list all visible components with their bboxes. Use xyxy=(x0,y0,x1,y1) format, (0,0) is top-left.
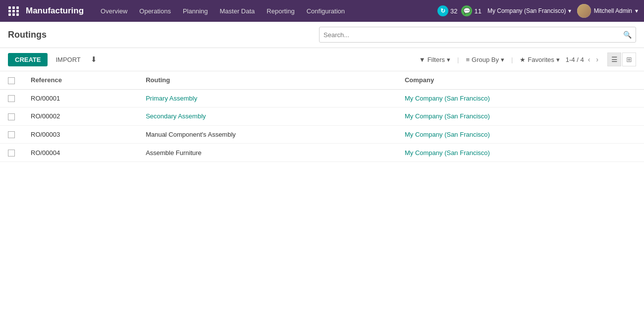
action-bar-right: ▼ Filters ▾ | ≡ Group By ▾ | ★ Favorites… xyxy=(416,53,636,66)
user-name: Mitchell Admin xyxy=(594,7,632,14)
row-reference: RO/00004 xyxy=(23,144,138,162)
messages-badge[interactable]: 💬 11 xyxy=(461,5,481,16)
filter-icon: ▼ xyxy=(419,56,426,63)
row-company[interactable]: My Company (San Francisco) xyxy=(397,144,644,162)
nav-menu: Overview Operations Planning Master Data… xyxy=(96,4,437,18)
top-navigation: Manufacturing Overview Operations Planni… xyxy=(0,0,644,22)
col-header-company: Company xyxy=(397,71,644,89)
row-company[interactable]: My Company (San Francisco) xyxy=(397,107,644,126)
pager-count: 1-4 / 4 xyxy=(566,56,584,63)
nav-item-planning[interactable]: Planning xyxy=(178,4,213,18)
row-checkbox[interactable] xyxy=(8,150,15,157)
favorites-dropdown-icon: ▾ xyxy=(556,56,560,63)
kanban-view-icon: ⊞ xyxy=(626,55,632,63)
routings-table: Reference Routing Company RO/00001Primar… xyxy=(0,71,644,162)
favorites-button[interactable]: ★ Favorites ▾ xyxy=(517,54,562,65)
view-toggle: ☰ ⊞ xyxy=(607,53,636,66)
nav-right-section: ↻ 32 💬 11 My Company (San Francisco) ▾ M… xyxy=(437,4,638,18)
app-name: Manufacturing xyxy=(26,6,84,16)
col-header-routing: Routing xyxy=(138,71,397,89)
row-checkbox[interactable] xyxy=(8,95,15,102)
favorites-label: Favorites xyxy=(528,56,554,63)
nav-item-operations[interactable]: Operations xyxy=(134,4,176,18)
user-menu[interactable]: Mitchell Admin ▾ xyxy=(577,4,638,18)
updates-count: 32 xyxy=(450,7,457,15)
separator2: | xyxy=(511,56,513,63)
kanban-view-button[interactable]: ⊞ xyxy=(622,53,636,66)
row-routing[interactable]: Manual Component's Assembly xyxy=(138,125,397,144)
search-icon[interactable]: 🔍 xyxy=(623,31,632,39)
list-view-button[interactable]: ☰ xyxy=(607,53,621,66)
select-all-header xyxy=(0,71,23,89)
pager-next-button[interactable]: › xyxy=(594,54,600,64)
select-all-checkbox[interactable] xyxy=(8,77,15,84)
create-button[interactable]: CREATE xyxy=(8,53,48,66)
row-checkbox-cell xyxy=(0,107,23,126)
row-reference: RO/00002 xyxy=(23,107,138,126)
company-name: My Company (San Francisco) xyxy=(487,7,566,14)
row-checkbox-cell xyxy=(0,144,23,162)
row-checkbox-cell xyxy=(0,89,23,107)
row-reference: RO/00001 xyxy=(23,89,138,107)
company-selector[interactable]: My Company (San Francisco) ▾ xyxy=(487,7,571,14)
apps-menu-button[interactable] xyxy=(6,3,22,19)
table-row: RO/00002Secondary AssemblyMy Company (Sa… xyxy=(0,107,644,126)
import-button[interactable]: IMPORT xyxy=(52,53,84,66)
nav-item-configuration[interactable]: Configuration xyxy=(302,4,350,18)
table-row: RO/00001Primary AssemblyMy Company (San … xyxy=(0,89,644,107)
company-dropdown-icon: ▾ xyxy=(568,7,571,14)
filters-button[interactable]: ▼ Filters ▾ xyxy=(416,54,453,65)
messages-icon: 💬 xyxy=(461,5,472,16)
avatar xyxy=(577,4,591,18)
row-reference: RO/00003 xyxy=(23,125,138,144)
action-bar: CREATE IMPORT ⬇ ▼ Filters ▾ | ≡ Group By… xyxy=(0,48,644,71)
row-routing[interactable]: Assemble Furniture xyxy=(138,144,397,162)
row-company[interactable]: My Company (San Francisco) xyxy=(397,125,644,144)
search-bar[interactable]: 🔍 xyxy=(319,27,636,43)
filters-label: Filters xyxy=(428,56,445,63)
list-view-icon: ☰ xyxy=(611,55,618,63)
filters-dropdown-icon: ▾ xyxy=(447,56,450,63)
groupby-dropdown-icon: ▾ xyxy=(501,56,504,63)
pager-prev-button[interactable]: ‹ xyxy=(586,54,592,64)
user-dropdown-icon: ▾ xyxy=(635,7,638,14)
nav-item-overview[interactable]: Overview xyxy=(96,4,132,18)
action-bar-left: CREATE IMPORT ⬇ xyxy=(8,52,99,67)
row-checkbox-cell xyxy=(0,125,23,144)
title-toolbar: Routings 🔍 xyxy=(0,22,644,48)
row-company[interactable]: My Company (San Francisco) xyxy=(397,89,644,107)
row-checkbox[interactable] xyxy=(8,113,15,120)
groupby-label: Group By xyxy=(472,56,499,63)
row-routing[interactable]: Primary Assembly xyxy=(138,89,397,107)
star-icon: ★ xyxy=(520,56,526,63)
download-button[interactable]: ⬇ xyxy=(89,52,99,67)
page-content: Routings 🔍 CREATE IMPORT ⬇ ▼ Filters ▾ |… xyxy=(0,22,644,316)
pager: 1-4 / 4 ‹ › xyxy=(566,54,600,64)
row-routing[interactable]: Secondary Assembly xyxy=(138,107,397,126)
table-row: RO/00003Manual Component's AssemblyMy Co… xyxy=(0,125,644,144)
updates-badge[interactable]: ↻ 32 xyxy=(437,5,457,16)
row-checkbox[interactable] xyxy=(8,131,15,138)
table-row: RO/00004Assemble FurnitureMy Company (Sa… xyxy=(0,144,644,162)
nav-item-reporting[interactable]: Reporting xyxy=(262,4,299,18)
toolbar-left: Routings xyxy=(8,30,47,40)
groupby-button[interactable]: ≡ Group By ▾ xyxy=(463,54,507,65)
nav-item-masterdata[interactable]: Master Data xyxy=(215,4,260,18)
updates-icon: ↻ xyxy=(437,5,448,16)
page-title: Routings xyxy=(8,30,47,40)
separator1: | xyxy=(457,56,459,63)
messages-count: 11 xyxy=(474,7,481,15)
search-input[interactable] xyxy=(323,31,623,39)
groupby-icon: ≡ xyxy=(466,56,470,63)
col-header-reference: Reference xyxy=(23,71,138,89)
